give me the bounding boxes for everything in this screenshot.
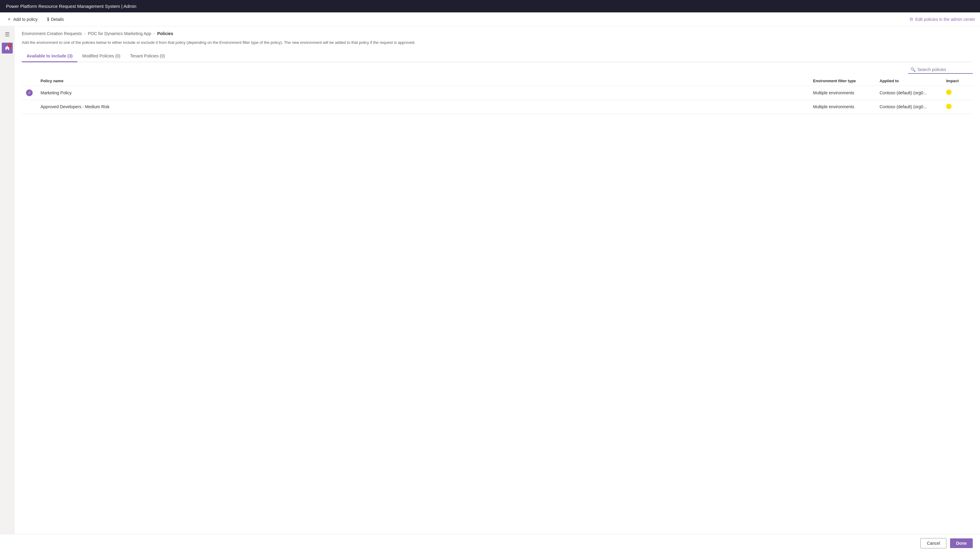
breadcrumb-sep-1: ›: [84, 32, 85, 36]
toolbar-left: ＋ Add to policy ℹ Details: [5, 15, 66, 24]
impact-dot-icon: [946, 104, 951, 109]
th-applied-to: Applied to: [876, 76, 942, 86]
row-policy-name: Approved Developers - Medium Risk: [37, 100, 810, 114]
tab-modified[interactable]: Modified Policies (0): [78, 51, 125, 62]
description-text: Add the environment to one of the polici…: [22, 40, 445, 46]
footer: Cancel Done: [0, 534, 980, 552]
table-row[interactable]: ✓Marketing PolicyMultiple environmentsCo…: [22, 86, 973, 100]
th-policy-name: Policy name: [37, 76, 810, 86]
details-button[interactable]: ℹ Details: [45, 15, 66, 23]
tab-available-label: Available to include (3): [27, 54, 73, 58]
details-label: Details: [51, 17, 64, 22]
row-policy-name: Marketing Policy: [37, 86, 810, 100]
external-link-icon: ⧉: [910, 17, 913, 22]
policy-table: Policy name Environment filter type Appl…: [22, 76, 973, 114]
add-to-policy-label: Add to policy: [13, 17, 38, 22]
row-env-filter: Multiple environments: [810, 86, 876, 100]
info-icon: ℹ: [47, 16, 49, 22]
search-icon: 🔍: [910, 67, 916, 72]
row-impact: [942, 100, 973, 114]
edit-policies-link[interactable]: ⧉ Edit policies in the admin center: [910, 17, 975, 22]
tab-tenant[interactable]: Tenant Policies (0): [125, 51, 170, 62]
done-button[interactable]: Done: [950, 538, 973, 548]
tab-modified-label: Modified Policies (0): [82, 54, 120, 58]
breadcrumb-item-1[interactable]: Environment Creation Requests: [22, 31, 82, 36]
main-content: Environment Creation Requests › POC for …: [14, 26, 980, 534]
nav-badge: !: [8, 44, 11, 48]
tab-available[interactable]: Available to include (3): [22, 51, 78, 62]
title-bar-text: Power Platform Resource Request Manageme…: [6, 4, 137, 9]
search-input[interactable]: [917, 67, 970, 72]
row-impact: [942, 86, 973, 100]
selected-check-icon: ✓: [26, 89, 33, 96]
tab-tenant-label: Tenant Policies (0): [130, 54, 165, 58]
row-env-filter: Multiple environments: [810, 100, 876, 114]
sidebar-nav-home[interactable]: !: [2, 43, 13, 54]
table-header-row-el: Policy name Environment filter type Appl…: [22, 76, 973, 86]
row-applied-to: Contoso (default) (org0...: [876, 86, 942, 100]
breadcrumb-item-2[interactable]: POC for Dynamics Marketing App: [88, 31, 151, 36]
sidebar: ☰ !: [0, 26, 14, 534]
breadcrumb-current: Policies: [157, 31, 173, 36]
row-check-cell: [22, 100, 37, 114]
breadcrumb: Environment Creation Requests › POC for …: [22, 31, 973, 36]
plus-icon: ＋: [6, 16, 11, 22]
title-bar: Power Platform Resource Request Manageme…: [0, 0, 980, 13]
cancel-button[interactable]: Cancel: [920, 538, 947, 548]
impact-dot-icon: [946, 89, 951, 95]
breadcrumb-sep-2: ›: [154, 32, 155, 36]
app-body: ☰ ! Environment Creation Requests › POC …: [0, 26, 980, 534]
edit-policies-label: Edit policies in the admin center: [915, 17, 975, 22]
hamburger-menu-icon[interactable]: ☰: [2, 29, 12, 40]
tabs-container: Available to include (3) Modified Polici…: [22, 51, 973, 62]
table-header-row: 🔍: [22, 62, 973, 76]
add-to-policy-button[interactable]: ＋ Add to policy: [5, 15, 39, 24]
toolbar: ＋ Add to policy ℹ Details ⧉ Edit policie…: [0, 13, 980, 26]
search-box: 🔍: [908, 66, 973, 74]
th-check: [22, 76, 37, 86]
th-env-filter: Environment filter type: [810, 76, 876, 86]
table-row[interactable]: Approved Developers - Medium RiskMultipl…: [22, 100, 973, 114]
row-check-cell: ✓: [22, 86, 37, 100]
row-applied-to: Contoso (default) (org0...: [876, 100, 942, 114]
th-impact: Impact: [942, 76, 973, 86]
